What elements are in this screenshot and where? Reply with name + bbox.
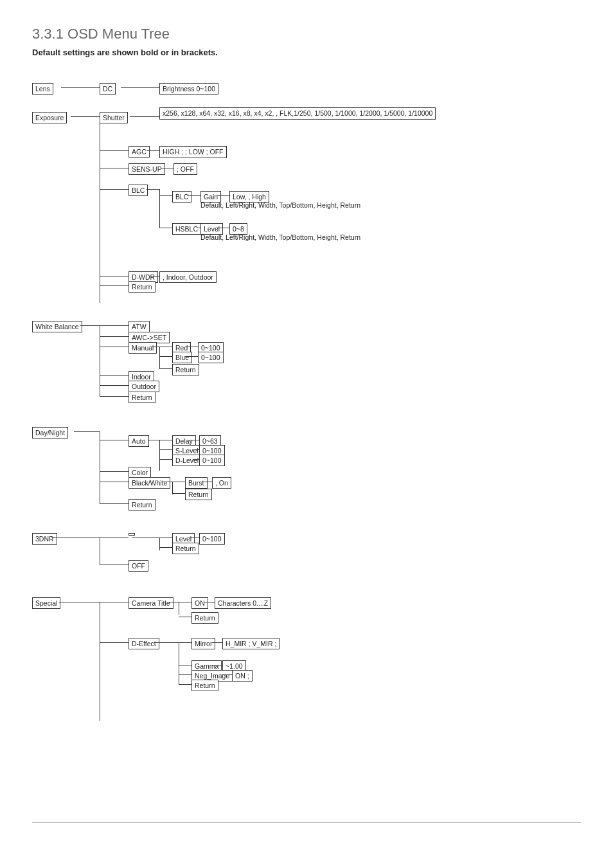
line-exp-blc xyxy=(100,189,129,190)
return-wb-node: Return xyxy=(129,392,155,403)
line-dn-color xyxy=(100,471,129,472)
line-ct-branch xyxy=(167,602,179,602)
line-exp-sensup xyxy=(100,168,129,168)
line-spec-deffect xyxy=(100,642,129,643)
vline-deffect xyxy=(179,642,179,684)
return-dn-node: Return xyxy=(129,499,155,511)
tdnr-off-node: OFF xyxy=(129,560,148,572)
shutter-node: Shutter xyxy=(100,112,128,123)
shutter-vals-node: x256, x128, x64, x32, x16, x8, x4, x2, ,… xyxy=(159,107,436,120)
vline-auto xyxy=(159,440,160,471)
line-manual-red xyxy=(159,347,172,347)
blc-gain-sub: Default, Left/Right, Width, Top/Bottom, … xyxy=(200,201,360,210)
line-dn-branch xyxy=(74,431,100,432)
line-special-branch xyxy=(59,602,100,602)
deffect-node: D-Effect xyxy=(129,638,159,649)
line-tdnron-branch xyxy=(132,538,159,538)
line-lens-dc xyxy=(61,87,100,88)
tdnr-on-node xyxy=(129,533,135,536)
line-blc-right xyxy=(147,189,159,190)
line-exp-shutter xyxy=(71,116,100,117)
line-bw-return xyxy=(172,493,185,494)
line-bw-burst xyxy=(161,482,172,482)
line-ct-return xyxy=(179,617,191,617)
line-auto-slevel xyxy=(159,449,172,450)
vline-tdnr xyxy=(100,538,100,565)
line-tdnrlevel-vals xyxy=(189,538,199,538)
line-wb-outdoor xyxy=(100,385,129,386)
vline-special xyxy=(100,602,100,721)
line-burst-vals xyxy=(202,482,212,482)
return-manual-node: Return xyxy=(172,364,199,375)
neg-vals-node: ON ; xyxy=(232,670,253,682)
line-gamma-vals xyxy=(212,665,222,665)
subtitle: Default settings are shown bold or in br… xyxy=(32,48,581,57)
line-dwdr-vals xyxy=(151,276,159,276)
line-blc-hsblc xyxy=(159,228,172,228)
dc-node: DC xyxy=(100,83,116,95)
line-bw-burst2 xyxy=(172,482,185,482)
line-shutter-vals xyxy=(130,116,159,117)
ct-on-node: ON xyxy=(191,597,208,609)
agc-vals-node: HIGH ; ; LOW ; OFF xyxy=(159,146,227,158)
exposure-node: Exposure xyxy=(32,112,67,123)
return-burst-node: Return xyxy=(185,489,212,500)
agc-node: AGC xyxy=(129,146,150,158)
line-exp-agc xyxy=(100,150,129,151)
line-de-mirror xyxy=(179,642,191,643)
mirror-node: Mirror xyxy=(191,638,215,649)
vline-manual xyxy=(159,347,160,368)
mirror-vals-node: H_MIR ; V_MIR ; xyxy=(222,638,280,649)
line-auto-dlevel xyxy=(159,459,172,460)
line-exp-return xyxy=(100,285,129,286)
line-slevel-vals xyxy=(193,449,199,450)
vline-dn xyxy=(100,431,100,503)
line-tdnr-off xyxy=(100,565,129,565)
line-wb-return xyxy=(100,396,129,397)
line-tdnr-return xyxy=(159,547,172,548)
line-dlevel-vals xyxy=(193,459,199,460)
burst-vals-node: , On xyxy=(212,477,231,489)
ct-return-node: Return xyxy=(191,612,218,624)
vline-bw xyxy=(172,482,173,494)
line-blc-blc xyxy=(159,195,172,196)
line-wb-atw xyxy=(100,325,129,326)
line-agc-vals xyxy=(147,150,159,151)
sensup-vals-node: ; OFF xyxy=(173,163,197,175)
line-auto-branch xyxy=(148,440,159,440)
line-dc-brightness xyxy=(121,87,159,88)
outdoor-node: Outdoor xyxy=(129,381,159,392)
return-de-node: Return xyxy=(191,680,218,691)
white-balance-node: White Balance xyxy=(32,321,82,332)
vline-exposure xyxy=(100,116,100,303)
hsblc-node: HSBLC xyxy=(172,223,201,235)
line-dn-bw xyxy=(100,482,129,482)
line-auto-delay xyxy=(159,440,172,440)
blc2-node: BLC xyxy=(172,191,191,203)
blc-node: BLC xyxy=(129,185,148,196)
blue-vals-node: 0~100 xyxy=(198,352,224,363)
line-dn-return xyxy=(100,503,129,504)
line-ct-on xyxy=(179,602,191,602)
line-exp-dwdr xyxy=(100,276,129,276)
ct-chars-node: Characters 0....Z xyxy=(215,597,271,609)
special-node: Special xyxy=(32,597,60,609)
page-title: 3.3.1 OSD Menu Tree xyxy=(32,26,581,42)
vline-blc-items xyxy=(159,189,160,228)
vline-tdnron xyxy=(159,538,160,550)
line-dn-auto xyxy=(100,440,129,440)
manual-node: Manual xyxy=(129,342,157,354)
sensup-node: SENS-UP xyxy=(129,163,165,175)
line-wb-indoor xyxy=(100,375,129,376)
line-mirror-vals xyxy=(212,642,222,643)
line-blue-vals xyxy=(185,356,198,357)
blue-node: Blue xyxy=(172,352,192,363)
line-tdnr-branch xyxy=(51,538,100,538)
daynight-node: Day/Night xyxy=(32,427,68,439)
line-sensup-vals xyxy=(161,168,173,168)
line-manual-return xyxy=(159,368,172,369)
dlevel-vals-node: 0~100 xyxy=(199,455,225,466)
tdnr-level-vals-node: 0~100 xyxy=(199,533,225,545)
burst-node: Burst xyxy=(185,477,208,489)
dlevel-node: D-Level xyxy=(172,455,202,466)
